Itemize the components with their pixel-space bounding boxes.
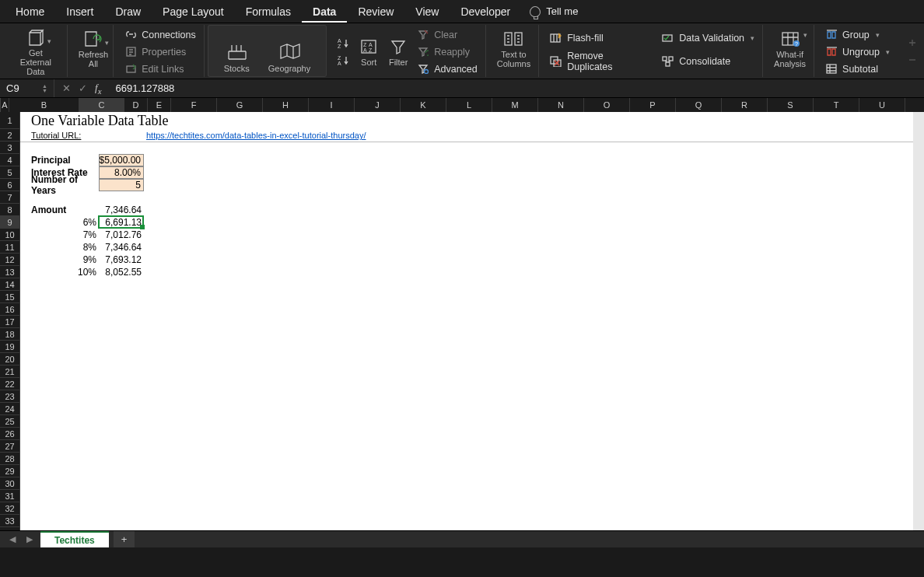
- column-header-D[interactable]: D: [124, 98, 148, 112]
- row-header-16[interactable]: 16: [0, 303, 20, 316]
- cell-B2[interactable]: Tutorial URL:: [29, 129, 99, 142]
- cell-C11[interactable]: 7,346.64: [99, 241, 144, 254]
- connections-button[interactable]: Connections: [124, 29, 196, 41]
- menu-tab-review[interactable]: Review: [347, 1, 404, 23]
- cell-B1[interactable]: One Variable Data Table: [29, 112, 262, 129]
- get-external-data-button[interactable]: ▾ Get External Data: [5, 25, 68, 77]
- cells-area[interactable]: One Variable Data TableTutorial URL:http…: [20, 112, 924, 547]
- text-to-columns-button[interactable]: Text to Columns: [497, 28, 530, 68]
- column-header-P[interactable]: P: [630, 98, 676, 112]
- menu-tab-draw[interactable]: Draw: [104, 1, 152, 23]
- row-header-8[interactable]: 8: [0, 204, 20, 216]
- subtotal-button[interactable]: Subtotal: [825, 63, 890, 75]
- row-header-31[interactable]: 31: [0, 490, 20, 502]
- column-header-J[interactable]: J: [355, 98, 401, 112]
- column-header-E[interactable]: E: [148, 98, 171, 112]
- column-header-F[interactable]: F: [171, 98, 217, 112]
- column-header-Q[interactable]: Q: [676, 98, 722, 112]
- row-header-7[interactable]: 7: [0, 191, 20, 204]
- cell-C4[interactable]: $5,000.00: [99, 154, 144, 166]
- menu-tab-view[interactable]: View: [404, 1, 450, 23]
- row-header-6[interactable]: 6: [0, 179, 20, 191]
- clear-filter-button[interactable]: Clear: [417, 29, 478, 41]
- row-header-18[interactable]: 18: [0, 328, 20, 341]
- row-header-2[interactable]: 2: [0, 129, 20, 142]
- row-header-19[interactable]: 19: [0, 341, 20, 353]
- stocks-button[interactable]: Stocks: [224, 40, 250, 73]
- ungroup-button[interactable]: Ungroup▾: [825, 46, 890, 58]
- column-header-K[interactable]: K: [401, 98, 446, 112]
- menu-tab-formulas[interactable]: Formulas: [235, 1, 302, 23]
- data-validation-button[interactable]: Data Validation▾: [662, 32, 754, 44]
- show-detail-icon[interactable]: [907, 37, 919, 49]
- reapply-button[interactable]: Reapply: [417, 46, 478, 58]
- sort-asc-button[interactable]: AZ: [338, 37, 350, 50]
- column-header-H[interactable]: H: [263, 98, 309, 112]
- menu-tab-insert[interactable]: Insert: [55, 1, 104, 23]
- cell-B4[interactable]: Principal: [29, 154, 99, 166]
- column-header-I[interactable]: I: [309, 98, 355, 112]
- row-header-14[interactable]: 14: [0, 278, 20, 291]
- column-header-R[interactable]: R: [722, 98, 768, 112]
- cell-B11[interactable]: 8%: [29, 241, 99, 254]
- enter-icon[interactable]: ✓: [79, 82, 87, 94]
- column-header-O[interactable]: O: [584, 98, 630, 112]
- cell-C9[interactable]: 6,691.13: [99, 216, 144, 229]
- column-header-A[interactable]: A: [1, 98, 9, 112]
- menu-tab-page-layout[interactable]: Page Layout: [152, 1, 235, 23]
- name-box[interactable]: C9 ▲▼: [0, 79, 54, 97]
- cell-C13[interactable]: 8,052.55: [99, 266, 144, 278]
- sort-desc-button[interactable]: ZA: [338, 54, 350, 67]
- row-header-26[interactable]: 26: [0, 428, 20, 440]
- column-header-U[interactable]: U: [859, 98, 905, 112]
- sort-button[interactable]: ZAAZ Sort: [358, 36, 380, 67]
- row-header-17[interactable]: 17: [0, 316, 20, 328]
- row-header-3[interactable]: 3: [0, 142, 20, 154]
- vertical-scrollbar[interactable]: [913, 112, 924, 530]
- cancel-icon[interactable]: ✕: [62, 82, 71, 94]
- name-box-dropdown-icon[interactable]: ▲▼: [42, 84, 47, 93]
- column-header-L[interactable]: L: [446, 98, 492, 112]
- advanced-filter-button[interactable]: Advanced: [417, 63, 478, 75]
- row-header-21[interactable]: 21: [0, 365, 20, 378]
- row-header-29[interactable]: 29: [0, 465, 20, 477]
- column-header-T[interactable]: T: [814, 98, 859, 112]
- column-header-M[interactable]: M: [492, 98, 538, 112]
- cell-C5[interactable]: 8.00%: [99, 166, 144, 179]
- row-header-33[interactable]: 33: [0, 515, 20, 527]
- column-header-S[interactable]: S: [768, 98, 814, 112]
- cell-D2[interactable]: https://techtites.com/data-tables-in-exc…: [144, 129, 420, 142]
- menu-tab-home[interactable]: Home: [5, 1, 55, 23]
- refresh-all-button[interactable]: ▾ Refresh All: [79, 28, 109, 68]
- column-header-C[interactable]: C: [79, 98, 124, 112]
- what-if-analysis-button[interactable]: ?▾ What-if Analysis: [774, 28, 806, 68]
- properties-button[interactable]: Properties: [124, 46, 196, 58]
- sheet-nav-next-icon[interactable]: ▶: [23, 534, 36, 544]
- column-header-V[interactable]: V: [905, 98, 924, 112]
- consolidate-button[interactable]: Consolidate: [662, 51, 754, 72]
- group-button[interactable]: Group▾: [825, 29, 890, 41]
- column-header-B[interactable]: B: [9, 98, 79, 112]
- column-header-N[interactable]: N: [538, 98, 584, 112]
- cell-C6[interactable]: 5: [99, 179, 144, 191]
- cell-B13[interactable]: 10%: [29, 266, 99, 278]
- menu-tab-data[interactable]: Data: [302, 1, 347, 23]
- add-sheet-button[interactable]: +: [114, 531, 135, 547]
- filter-button[interactable]: Filter: [387, 36, 409, 67]
- row-header-11[interactable]: 11: [0, 241, 20, 254]
- cell-C10[interactable]: 7,012.76: [99, 229, 144, 241]
- row-header-9[interactable]: 9: [0, 216, 20, 229]
- row-header-23[interactable]: 23: [0, 390, 20, 403]
- row-header-27[interactable]: 27: [0, 440, 20, 453]
- remove-duplicates-button[interactable]: Remove Duplicates: [550, 51, 646, 72]
- row-header-24[interactable]: 24: [0, 403, 20, 415]
- tell-me[interactable]: Tell me: [529, 5, 578, 18]
- hide-detail-icon[interactable]: [907, 54, 919, 66]
- cell-B8[interactable]: Amount: [29, 204, 99, 216]
- row-header-12[interactable]: 12: [0, 254, 20, 266]
- cell-B6[interactable]: Number of Years: [29, 179, 99, 191]
- formula-input[interactable]: 6691.127888: [109, 82, 174, 94]
- sheet-nav-prev-icon[interactable]: ◀: [6, 534, 19, 544]
- row-header-13[interactable]: 13: [0, 266, 20, 278]
- flash-fill-button[interactable]: Flash-fill: [550, 32, 646, 44]
